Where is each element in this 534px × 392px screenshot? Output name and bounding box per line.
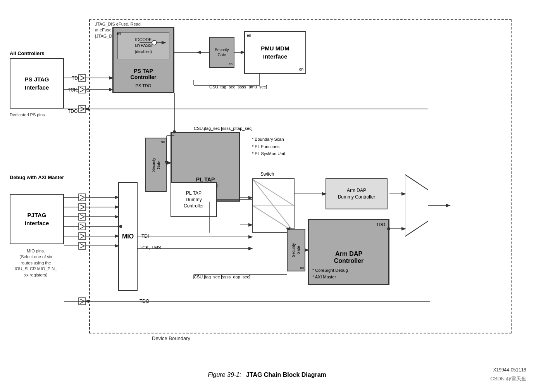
svg-line-45 [80,205,84,207]
ps-tap-box: IDCODEBYPASS(disabled) en PS TAPControll… [112,27,174,93]
ref-number: X19944-051118 [493,367,526,373]
pmu-mdm-box: en en PMU MDMInterface [244,31,306,74]
arm-dap-features: * CoreSight Debug* AXI Master [312,267,348,281]
tck-tms-label-top: TCK, TMS [68,87,90,93]
svg-line-2 [253,205,294,231]
arm-dap-box: TDO Arm DAPController * CoreSight Debug*… [308,219,389,285]
page-container: Device Boundary All Controllers PS JTAGI… [0,0,534,392]
watermark: CSDN @雪天鱼 [490,375,526,382]
mux-svg [405,174,428,237]
security-gate-arm-label: SecurityGate [291,243,301,257]
svg-line-7 [80,78,84,80]
dedicated-ps-pins-label: Dedicated PS pins. [10,112,46,117]
ps-tap-title: PS TAPController [114,68,173,80]
arm-dap-dummy-label: Arm DAPDummy Controller [338,187,376,200]
svg-line-57 [80,243,84,246]
svg-line-43 [80,197,84,200]
security-gate-pl-en: en [161,140,165,143]
security-gate-arm-en: en [300,266,304,269]
svg-rect-53 [79,233,86,240]
csu-pltap-label: CSU.jtag_sec [ssss_pltap_sec] [194,126,253,131]
svg-line-6 [80,76,84,78]
svg-line-58 [80,246,84,248]
svg-rect-41 [79,194,86,201]
svg-line-42 [80,195,84,197]
security-gate-arm: SecurityGate en [287,229,305,271]
svg-rect-59 [79,298,86,305]
mux-shape [405,174,428,237]
svg-line-17 [80,107,84,109]
ps-tap-inner-labels: IDCODEBYPASS(disabled) [135,37,152,55]
ps-jtag-label: PS JTAGInterface [24,75,49,92]
pmu-mdm-label: PMU MDMInterface [261,44,289,60]
svg-line-60 [80,299,84,301]
csu-dap-label: CSU.jtag_sec [ssss_dap_sec] [194,275,250,279]
figure-title: JTAG Chain Block Diagram [246,371,326,378]
svg-rect-47 [79,213,86,220]
svg-line-55 [80,236,84,238]
svg-line-48 [80,214,84,217]
ps-tap-inner: IDCODEBYPASS(disabled) [117,32,169,59]
svg-line-1 [253,180,294,205]
svg-line-18 [80,109,84,111]
svg-line-49 [80,217,84,219]
svg-line-54 [80,234,84,236]
mio-pins-label: MIO pins.(Select one of sixroutes using … [6,248,66,278]
svg-line-51 [80,224,84,226]
arm-dap-dummy-box: Arm DAPDummy Controller [326,178,388,209]
debug-axi-label: Debug with AXI Master [10,174,64,181]
mio-label: MIO [122,233,134,240]
switch-block: Switch [252,178,295,233]
svg-rect-16 [79,105,86,112]
svg-line-52 [80,226,84,229]
security-gate-pmu-label: SecurityGate [215,47,229,57]
tdo-label-top: TDO [68,109,78,114]
mio-block: MIO [118,182,138,291]
tck-tms-label-mio: TCK, TMS [140,245,161,250]
security-gate-pl-label: SecurityGate [151,158,161,172]
tdo-label-mio: TDO [140,299,149,304]
pl-tap-dummy-label: PL TAPDummyController [184,190,204,209]
security-gate-pl: SecurityGate en [145,138,167,192]
tdi-label-mio: TDI [141,233,149,239]
svg-rect-44 [79,204,86,211]
svg-rect-56 [79,242,86,249]
pmu-mdm-en2: en [299,67,303,71]
csu-pmu-label: CSU.jtag_sec [ssss_pmu_sec] [209,85,267,89]
svg-rect-50 [79,223,86,230]
svg-line-61 [80,301,84,304]
diagram-area: Device Boundary All Controllers PS JTAGI… [4,8,523,345]
ps-tdo-label: PS TDO [136,83,152,88]
pjtag-box: PJTAGInterface [10,194,64,244]
pl-tap-dummy-box: PL TAPDummyController [171,182,217,217]
ps-jtag-box: PS JTAGInterface [10,58,64,109]
security-gate-pmu-en: en [229,62,233,66]
device-boundary-label: Device Boundary [152,335,190,341]
switch-svg [253,179,294,232]
pjtag-label: PJTAGInterface [25,211,49,227]
arm-dap-tdo: TDO [376,222,385,227]
figure-caption: Figure 39-1: JTAG Chain Block Diagram [131,371,403,378]
pl-tap-features: * Boundary Scan* PL Functions* PL SysMon… [252,136,285,157]
ps-tap-en: en [117,31,121,36]
figure-label: Figure 39-1: [208,371,241,378]
security-gate-pmu: SecurityGate en [209,37,234,68]
svg-line-46 [80,207,84,209]
all-controllers-label: All Controllers [10,50,45,56]
tdi-label-top: TDI [72,76,79,81]
arm-dap-title: Arm DAPController [309,250,388,264]
pmu-mdm-en1: en [247,33,251,38]
switch-label: Switch [260,171,274,177]
svg-marker-4 [405,174,428,237]
svg-rect-5 [79,74,86,81]
